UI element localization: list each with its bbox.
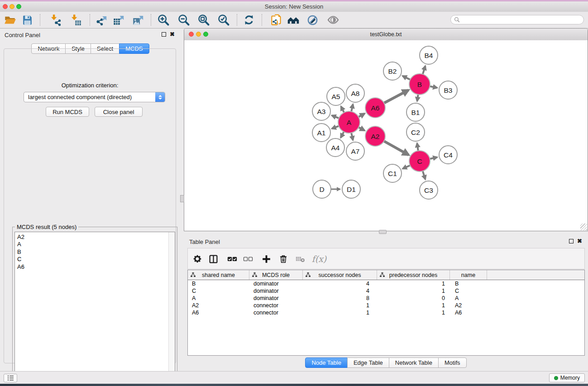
table-cell: B: [450, 281, 487, 287]
mcds-result-item[interactable]: A6: [15, 263, 175, 271]
home-view-button[interactable]: [286, 13, 301, 27]
mcds-result-list[interactable]: A2ABCA6: [14, 232, 175, 378]
graph-node-A4[interactable]: A4: [326, 138, 344, 157]
deselect-all-button[interactable]: [241, 253, 255, 265]
graph-node-A1[interactable]: A1: [312, 124, 330, 142]
main-titlebar[interactable]: Session: New Session: [0, 1, 588, 12]
mcds-list-scrollbar[interactable]: [168, 232, 175, 377]
search-icon: [454, 17, 460, 23]
delete-table-button[interactable]: [293, 253, 307, 265]
delete-column-button[interactable]: [277, 253, 290, 265]
graph-node-C4[interactable]: C4: [439, 146, 457, 164]
graph-node-B3[interactable]: B3: [439, 81, 457, 99]
table-tab-edge-table[interactable]: Edge Table: [347, 357, 389, 368]
svg-text:D: D: [319, 186, 324, 193]
node-table[interactable]: shared nameMCDS rolesuccessor nodesprede…: [187, 270, 585, 356]
zoom-out-button[interactable]: [176, 13, 191, 27]
add-column-button[interactable]: [259, 253, 273, 265]
graph-node-C3[interactable]: C3: [420, 181, 438, 199]
optimization-criterion-select[interactable]: largest connected component (directed): [24, 92, 165, 102]
table-tab-motifs[interactable]: Motifs: [438, 357, 467, 368]
mcds-result-item[interactable]: B: [15, 248, 175, 256]
graph-node-A5[interactable]: A5: [327, 87, 345, 105]
close-panel-button[interactable]: Close panel: [95, 107, 143, 117]
table-cell: 1: [377, 281, 450, 287]
run-mcds-button[interactable]: Run MCDS: [46, 107, 89, 117]
select-all-button[interactable]: [225, 253, 239, 265]
graph-node-B4[interactable]: B4: [420, 46, 438, 64]
svg-text:A4: A4: [331, 144, 340, 152]
column-header-name[interactable]: name: [450, 270, 487, 280]
column-header-predecessor-nodes[interactable]: predecessor nodes: [377, 270, 450, 280]
table-row[interactable]: Adominator80A: [188, 295, 584, 302]
graph-node-A6[interactable]: A6: [365, 98, 385, 118]
float-panel-icon[interactable]: [162, 32, 166, 37]
network-view-window[interactable]: testGlobe.txt AA6A2BCA1A3A4A5A7A8B1B2B3B…: [184, 28, 588, 231]
import-table-button[interactable]: [68, 13, 83, 27]
table-tab-node-table[interactable]: Node Table: [305, 357, 348, 368]
import-network-button[interactable]: [48, 13, 63, 27]
network-graph[interactable]: AA6A2BCA1A3A4A5A7A8B1B2B3B4C1C2C3C4DD1: [184, 40, 588, 231]
zoom-in-button[interactable]: [156, 13, 171, 27]
graph-node-D1[interactable]: D1: [342, 180, 360, 198]
memory-status-icon: [554, 376, 558, 380]
column-header-MCDS-role[interactable]: MCDS role: [249, 270, 303, 280]
column-header-shared-name[interactable]: shared name: [188, 270, 249, 280]
graph-node-B1[interactable]: B1: [406, 103, 425, 121]
graph-node-D[interactable]: D: [313, 180, 331, 198]
function-builder-button[interactable]: f(x): [309, 253, 329, 265]
export-image-button[interactable]: [130, 13, 146, 27]
graph-node-B[interactable]: B: [409, 74, 430, 95]
table-row[interactable]: Bdominator41B: [188, 280, 584, 287]
network-window-titlebar[interactable]: testGlobe.txt: [184, 29, 588, 41]
close-panel-icon[interactable]: ✖: [577, 239, 582, 243]
column-header-successor-nodes[interactable]: successor nodes: [303, 270, 377, 280]
table-row[interactable]: Cdominator41C: [188, 287, 584, 295]
column-layout-button[interactable]: [206, 253, 220, 265]
graph-node-A2[interactable]: A2: [365, 126, 385, 146]
network-window-title: testGlobe.txt: [184, 31, 588, 38]
graph-node-C1[interactable]: C1: [383, 164, 402, 182]
open-session-button[interactable]: [2, 13, 18, 27]
search-field[interactable]: [450, 15, 584, 24]
zoom-selected-button[interactable]: [216, 13, 231, 27]
table-tab-network-table[interactable]: Network Table: [389, 357, 439, 368]
table-cell: C: [450, 288, 487, 294]
network-canvas[interactable]: AA6A2BCA1A3A4A5A7A8B1B2B3B4C1C2C3C4DD1: [184, 40, 588, 231]
graph-node-A8[interactable]: A8: [346, 84, 364, 102]
show-view-button[interactable]: [325, 13, 341, 27]
graph-node-B2[interactable]: B2: [383, 62, 402, 80]
mcds-result-item[interactable]: A2: [15, 234, 175, 241]
zoom-selected-icon: [217, 14, 230, 26]
graph-node-A[interactable]: A: [338, 111, 360, 133]
close-panel-icon[interactable]: ✖: [170, 32, 175, 37]
attribute-tree-icon: [252, 272, 257, 277]
save-session-button[interactable]: [19, 13, 35, 27]
mcds-result-item[interactable]: C: [15, 256, 175, 263]
graph-node-A3[interactable]: A3: [312, 102, 330, 120]
graph-node-C2[interactable]: C2: [406, 123, 425, 141]
table-row[interactable]: A2connector11A2: [188, 302, 584, 309]
export-network-button[interactable]: [94, 13, 109, 27]
graph-node-A7[interactable]: A7: [346, 142, 364, 160]
delete-table-icon: [296, 255, 305, 263]
zoom-fit-button[interactable]: [196, 13, 211, 27]
window-resize-grip[interactable]: [580, 224, 587, 230]
panel-splitter-handle[interactable]: [379, 230, 387, 234]
graph-node-C[interactable]: C: [409, 151, 430, 172]
table-row[interactable]: A6connector11A6: [188, 309, 584, 316]
table-cell: connector: [249, 302, 303, 309]
column-header-empty: [487, 270, 584, 280]
refresh-layout-button[interactable]: [241, 13, 257, 27]
task-history-button[interactable]: [4, 374, 17, 382]
export-table-button[interactable]: [111, 13, 126, 27]
table-settings-button[interactable]: [191, 253, 204, 265]
float-panel-icon[interactable]: [569, 239, 574, 243]
mcds-result-item[interactable]: A: [15, 241, 175, 248]
svg-text:A8: A8: [351, 90, 360, 97]
clone-network-button[interactable]: [268, 13, 284, 27]
search-input[interactable]: [460, 16, 583, 24]
memory-button[interactable]: Memory: [549, 373, 585, 382]
hide-graphics-details-button[interactable]: [305, 13, 320, 27]
panel-splitter-handle[interactable]: [180, 195, 184, 202]
